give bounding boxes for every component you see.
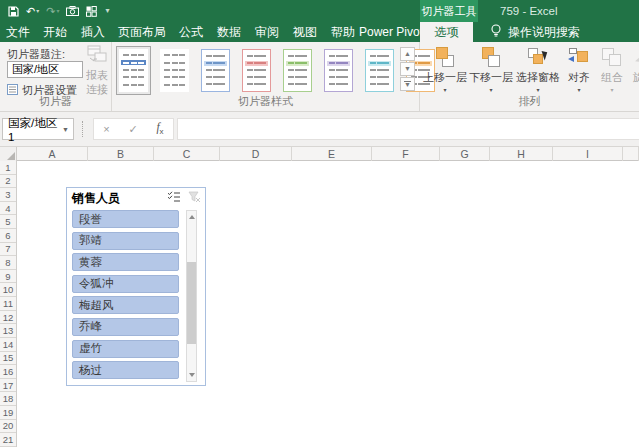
row-header-8[interactable]: 8	[0, 256, 16, 270]
row-header-21[interactable]: 21	[0, 433, 16, 447]
row-header-3[interactable]: 3	[0, 188, 16, 202]
tell-me-box[interactable]: 操作说明搜索	[490, 22, 580, 42]
slicer-item[interactable]: 郭靖	[72, 232, 179, 250]
row-header-9[interactable]: 9	[0, 270, 16, 284]
slicer-style-light-blue[interactable]	[198, 46, 233, 95]
row-header-18[interactable]: 18	[0, 392, 16, 406]
tab-file[interactable]: 文件	[0, 22, 36, 42]
column-header-D[interactable]: D	[220, 147, 292, 161]
column-header-partial[interactable]	[623, 147, 639, 161]
enter-icon[interactable]: ✓	[128, 123, 137, 136]
slicer-sales-person[interactable]: 销售人员 段誉郭靖黄蓉令狐冲梅超风乔峰虚竹杨过	[66, 187, 206, 386]
undo-icon[interactable]: ↶▾	[26, 6, 39, 17]
bring-forward-button[interactable]: 上移一层▾	[422, 44, 468, 93]
style-thumbnail	[324, 49, 353, 92]
tab-view[interactable]: 视图	[286, 22, 324, 42]
qat-customize-icon[interactable]: ▾	[104, 7, 109, 15]
slicer-item[interactable]: 令狐冲	[72, 275, 179, 293]
column-header-H[interactable]: H	[490, 147, 553, 161]
group-label-slicer-styles: 切片器样式	[112, 94, 419, 109]
row-header-4[interactable]: 4	[0, 202, 16, 216]
row-header-2[interactable]: 2	[0, 175, 16, 189]
gallery-down-button[interactable]: ▼	[400, 62, 415, 76]
slicer-item[interactable]: 虚竹	[72, 340, 179, 358]
formula-buttons: × ✓ fx	[93, 118, 174, 140]
row-header-1[interactable]: 1	[0, 161, 16, 175]
formula-input[interactable]	[177, 118, 639, 140]
row-header-11[interactable]: 11	[0, 297, 16, 311]
selection-pane-button[interactable]: 选择窗格▾	[514, 44, 562, 93]
dropdown-caret-icon: ▾	[536, 86, 539, 93]
slicer-style-light-red[interactable]	[239, 46, 274, 95]
select-all-corner[interactable]	[0, 147, 17, 161]
camera-icon[interactable]	[66, 6, 79, 16]
formula-bar: 国家/地区 1 ▼ × ✓ fx	[0, 112, 639, 147]
tab-power-pivot[interactable]: Power Pivot	[362, 22, 420, 42]
insert-function-icon[interactable]: fx	[156, 121, 163, 136]
slicer-item[interactable]: 梅超风	[72, 296, 179, 314]
dropdown-caret-icon: ▾	[577, 86, 580, 93]
row-header-20[interactable]: 20	[0, 420, 16, 434]
ribbon-group-slicer: 切片器题注: 切片器设置 报表 连接 切片器	[0, 42, 112, 111]
slicer-item[interactable]: 段誉	[72, 210, 179, 228]
multi-select-icon[interactable]	[167, 191, 181, 205]
slicer-item[interactable]: 杨过	[72, 361, 179, 379]
row-header-5[interactable]: 5	[0, 215, 16, 229]
row-header-12[interactable]: 12	[0, 311, 16, 325]
row-header-17[interactable]: 17	[0, 379, 16, 393]
row-header-7[interactable]: 7	[0, 243, 16, 257]
tab-home[interactable]: 开始	[36, 22, 74, 42]
group-label-slicer: 切片器	[0, 94, 111, 109]
column-header-E[interactable]: E	[292, 147, 372, 161]
tab-insert[interactable]: 插入	[74, 22, 112, 42]
layout-icon[interactable]	[86, 6, 97, 17]
slicer-scrollbar[interactable]	[186, 210, 197, 382]
tell-me-label: 操作说明搜索	[508, 24, 580, 41]
name-box-dropdown-icon[interactable]: ▼	[62, 126, 73, 133]
slicer-style-light-green[interactable]	[280, 46, 315, 95]
tab-data[interactable]: 数据	[210, 22, 248, 42]
row-header-13[interactable]: 13	[0, 324, 16, 338]
tab-slicer-options[interactable]: 选项	[420, 22, 473, 42]
row-header-6[interactable]: 6	[0, 229, 16, 243]
row-header-10[interactable]: 10	[0, 283, 16, 297]
name-box[interactable]: 国家/地区 1 ▼	[2, 118, 74, 140]
align-button[interactable]: 对齐▾	[562, 44, 596, 93]
scroll-down-icon[interactable]	[187, 369, 196, 381]
slicer-header: 销售人员	[67, 188, 205, 208]
slicer-item[interactable]: 乔峰	[72, 318, 179, 336]
sheet-canvas[interactable]: 销售人员 段誉郭靖黄蓉令狐冲梅超风乔峰虚竹杨过	[17, 161, 639, 447]
row-header-19[interactable]: 19	[0, 406, 16, 420]
save-icon[interactable]	[8, 6, 19, 17]
row-header-15[interactable]: 15	[0, 352, 16, 366]
gallery-more-button[interactable]: ▼	[400, 77, 415, 91]
cancel-icon[interactable]: ×	[103, 123, 109, 135]
slicer-style-light-cyan[interactable]	[362, 46, 397, 95]
tab-help[interactable]: 帮助	[324, 22, 362, 42]
name-box-splitter[interactable]	[82, 121, 83, 137]
tab-page-layout[interactable]: 页面布局	[112, 22, 172, 42]
column-header-C[interactable]: C	[154, 147, 220, 161]
column-header-B[interactable]: B	[88, 147, 154, 161]
send-backward-button[interactable]: 下移一层▾	[468, 44, 514, 93]
rotate-icon	[633, 47, 639, 67]
slicer-style-none[interactable]	[157, 46, 192, 95]
tab-review[interactable]: 审阅	[248, 22, 286, 42]
row-header-14[interactable]: 14	[0, 338, 16, 352]
slicer-style-light-purple[interactable]	[321, 46, 356, 95]
scroll-up-icon[interactable]	[187, 211, 196, 223]
slicer-style-light-blue-current[interactable]	[116, 46, 151, 95]
slicer-item[interactable]: 黄蓉	[72, 253, 179, 271]
style-thumbnail	[119, 49, 148, 92]
scrollbar-thumb[interactable]	[187, 262, 196, 344]
arrange-button-label: 上移一层	[423, 70, 467, 85]
tab-formulas[interactable]: 公式	[172, 22, 210, 42]
column-header-A[interactable]: A	[17, 147, 88, 161]
column-header-G[interactable]: G	[440, 147, 490, 161]
gallery-up-button[interactable]: ▲	[400, 47, 415, 61]
column-header-F[interactable]: F	[372, 147, 440, 161]
row-header-16[interactable]: 16	[0, 365, 16, 379]
bring-forward-icon	[434, 47, 456, 67]
column-header-I[interactable]: I	[553, 147, 623, 161]
slicer-caption-input[interactable]	[7, 61, 83, 78]
